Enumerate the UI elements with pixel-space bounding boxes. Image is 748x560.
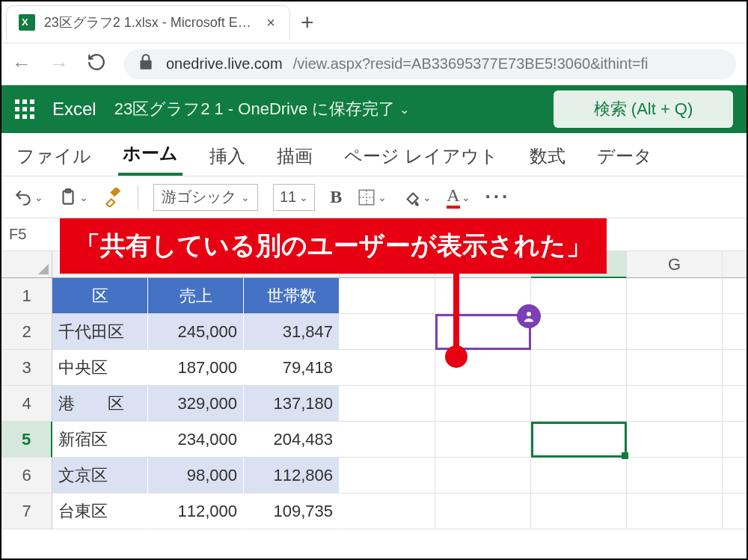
ribbon-tab-insert[interactable]: 挿入	[205, 137, 250, 176]
cell-d7[interactable]	[340, 493, 435, 529]
cell-g1[interactable]	[627, 278, 723, 314]
cell-d5[interactable]	[340, 422, 435, 458]
cell-sales[interactable]: 98,000	[148, 458, 244, 493]
cell-d1[interactable]	[340, 278, 435, 314]
cell-ward[interactable]: 港 区	[52, 386, 148, 422]
cell-h7[interactable]	[723, 493, 748, 529]
cell-f5[interactable]	[531, 422, 627, 458]
cell-d3[interactable]	[340, 350, 435, 386]
cell-g7[interactable]	[627, 493, 723, 529]
cell-sales[interactable]: 112,000	[148, 493, 244, 529]
cell-h6[interactable]	[723, 458, 748, 493]
cell-h1[interactable]	[723, 278, 748, 314]
cell-sales[interactable]: 187,000	[148, 350, 244, 386]
cell-g4[interactable]	[627, 386, 723, 422]
table-row: 中央区 187,000 79,418	[52, 350, 748, 386]
cell-ward[interactable]: 中央区	[52, 350, 148, 386]
cell-sales[interactable]: 234,000	[148, 422, 244, 458]
cell-d6[interactable]	[340, 458, 435, 493]
cell-e7[interactable]	[435, 493, 531, 529]
cell-g6[interactable]	[627, 458, 723, 493]
url-path: /view.aspx?resid=AB33695377E73BE5!3060&i…	[293, 55, 649, 73]
row-header-3[interactable]: 3	[1, 350, 52, 386]
address-bar[interactable]: onedrive.live.com/view.aspx?resid=AB3369…	[124, 49, 736, 79]
font-family-select[interactable]: 游ゴシック ⌄	[153, 184, 258, 211]
row-header-6[interactable]: 6	[1, 458, 52, 493]
cell-f6[interactable]	[531, 458, 627, 493]
ribbon-tab-file[interactable]: ファイル	[12, 137, 96, 176]
cell-ward[interactable]: 台東区	[52, 493, 148, 529]
row-header-1[interactable]: 1	[1, 278, 52, 314]
cell-f4[interactable]	[531, 386, 627, 422]
ribbon-tab-home[interactable]: ホーム	[118, 134, 183, 176]
close-tab-icon[interactable]: ×	[264, 16, 278, 29]
table-header-sales[interactable]: 売上	[148, 278, 244, 314]
cell-f3[interactable]	[531, 350, 627, 386]
chevron-down-icon: ⌄	[241, 191, 250, 203]
cell-ward[interactable]: 文京区	[52, 458, 148, 493]
cell-h3[interactable]	[723, 350, 748, 386]
table-header-households[interactable]: 世帯数	[244, 278, 340, 314]
cell-d4[interactable]	[340, 386, 435, 422]
col-header-h[interactable]: H	[723, 251, 748, 278]
font-size-select[interactable]: 11 ⌄	[273, 184, 315, 211]
cell-households[interactable]: 109,735	[244, 493, 340, 529]
undo-button[interactable]: ⌄	[13, 188, 43, 207]
format-painter-button[interactable]	[103, 188, 123, 207]
cell-households[interactable]: 112,806	[244, 458, 340, 493]
cell-e5[interactable]	[435, 422, 531, 458]
search-box[interactable]: 検索 (Alt + Q)	[554, 90, 733, 128]
ribbon-tab-draw[interactable]: 描画	[272, 137, 317, 176]
excel-header: Excel 23区グラフ2 1 - OneDrive に保存完了 ⌄ 検索 (A…	[1, 85, 747, 133]
cell-f7[interactable]	[531, 493, 627, 529]
cell-f1[interactable]	[531, 278, 627, 314]
chevron-down-icon: ⌄	[378, 191, 387, 203]
browser-tab[interactable]: 23区グラフ2 1.xlsx - Microsoft Exce ×	[6, 5, 290, 40]
row-header-2[interactable]: 2	[1, 314, 52, 350]
cell-h2[interactable]	[723, 314, 748, 350]
reload-button[interactable]	[87, 52, 106, 76]
fill-color-button[interactable]: ⌄	[402, 188, 432, 207]
cell-ward[interactable]: 千代田区	[52, 314, 148, 350]
row-header-4[interactable]: 4	[1, 386, 52, 422]
cell-e6[interactable]	[435, 458, 531, 493]
app-launcher-icon[interactable]	[15, 99, 34, 119]
select-all-corner[interactable]	[1, 251, 52, 278]
cell-d2[interactable]	[340, 314, 435, 350]
row-header-5[interactable]: 5	[1, 422, 52, 458]
back-button[interactable]: ←	[12, 52, 31, 76]
cell-sales[interactable]: 245,000	[148, 314, 244, 350]
chevron-down-icon: ⌄	[462, 191, 470, 203]
cell-e2[interactable]	[435, 314, 531, 350]
cell-h5[interactable]	[723, 422, 748, 458]
cell-h4[interactable]	[723, 386, 748, 422]
cell-ward[interactable]: 新宿区	[52, 422, 148, 458]
col-header-g[interactable]: G	[627, 251, 723, 278]
ribbon-tab-formulas[interactable]: 数式	[525, 137, 570, 176]
row-headers: 1 2 3 4 5 6 7	[1, 251, 52, 529]
more-commands-button[interactable]: ···	[485, 185, 511, 209]
cell-households[interactable]: 79,418	[244, 350, 340, 386]
cell-e4[interactable]	[435, 386, 531, 422]
ribbon-tab-data[interactable]: データ	[592, 137, 657, 176]
cell-households[interactable]: 137,180	[244, 386, 340, 422]
font-color-button[interactable]: A ⌄	[447, 185, 470, 209]
table-header-ward[interactable]: 区	[52, 278, 148, 314]
cell-e1[interactable]	[435, 278, 531, 314]
cell-g2[interactable]	[627, 314, 723, 350]
cell-f2[interactable]	[531, 314, 627, 350]
file-save-status[interactable]: 23区グラフ2 1 - OneDrive に保存完了 ⌄	[114, 98, 410, 120]
borders-button[interactable]: ⌄	[357, 188, 387, 207]
cell-g3[interactable]	[627, 350, 723, 386]
cell-sales[interactable]: 329,000	[148, 386, 244, 422]
new-tab-button[interactable]: +	[301, 10, 314, 35]
name-box[interactable]: F5	[1, 226, 52, 243]
row-header-7[interactable]: 7	[1, 493, 52, 529]
cell-households[interactable]: 31,847	[244, 314, 340, 350]
cell-households[interactable]: 204,483	[244, 422, 340, 458]
paste-button[interactable]: ⌄	[58, 188, 88, 207]
forward-button[interactable]: →	[49, 52, 69, 76]
cell-g5[interactable]	[627, 422, 723, 458]
ribbon-tab-pagelayout[interactable]: ページ レイアウト	[340, 137, 503, 176]
bold-button[interactable]: B	[330, 187, 342, 207]
